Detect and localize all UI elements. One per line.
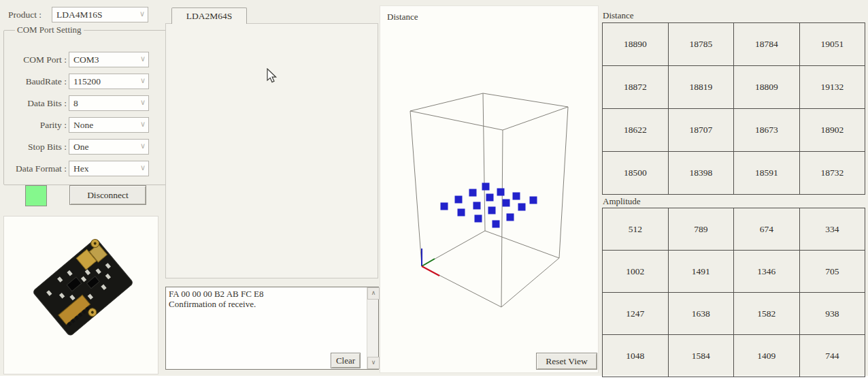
log-line-1: FA 00 00 00 B2 AB FC E8	[169, 289, 264, 299]
table-cell: 18591	[734, 152, 800, 195]
chevron-down-icon: ∨	[140, 99, 146, 106]
table-cell: 789	[668, 208, 734, 251]
receive-log-text: FA 00 00 00 B2 AB FC E8Confirmation of r…	[169, 289, 264, 309]
mouse-cursor-icon	[265, 68, 279, 84]
chevron-down-icon: ∨	[139, 10, 145, 18]
baudrate-value: 115200	[73, 76, 101, 86]
distance-point	[441, 203, 448, 210]
table-cell: 1247	[603, 293, 669, 335]
distance-point	[482, 183, 490, 191]
parity-value: None	[73, 120, 93, 130]
x-axis-line	[422, 266, 439, 276]
table-row: 124716381582938	[603, 293, 865, 335]
table-cell: 1409	[734, 335, 800, 377]
app-window: Product : LDA4M16S ∨ COM Port Setting CO…	[0, 0, 868, 384]
table-cell: 1048	[603, 335, 669, 377]
table-row: 18622187071867318902	[603, 109, 865, 152]
clear-button[interactable]: Clear	[331, 353, 361, 368]
table-cell: 18784	[734, 23, 800, 66]
distance-point	[486, 194, 494, 202]
data-format-value: Hex	[73, 163, 89, 174]
data-bits-label: Data Bits :	[4, 98, 67, 109]
distance-point	[475, 215, 482, 223]
distance-point	[503, 199, 510, 207]
scroll-up-icon[interactable]: ∧	[367, 287, 380, 300]
distance-point	[488, 207, 496, 214]
amplitude-table-title: Amplitude	[603, 196, 641, 207]
table-cell: 18673	[734, 109, 800, 152]
view3d-canvas[interactable]	[380, 6, 598, 372]
table-cell: 18890	[603, 23, 669, 66]
distance-point	[507, 214, 514, 221]
table-cell: 674	[734, 208, 800, 251]
table-cell: 19132	[799, 66, 865, 109]
table-cell: 18785	[668, 23, 734, 66]
chevron-down-icon: ∨	[140, 55, 146, 63]
table-cell: 1346	[734, 251, 800, 293]
com-port-setting-title: COM Port Setting	[15, 25, 84, 35]
amplitude-table: 5127896743341002149113467051247163815829…	[602, 208, 865, 377]
parity-select[interactable]: None ∨	[69, 117, 149, 133]
axis-triad	[422, 249, 439, 276]
table-cell: 18707	[668, 109, 734, 152]
stop-bits-label: Stop Bits :	[4, 142, 67, 153]
distance-point	[458, 209, 465, 217]
data-bits-select[interactable]: 8 ∨	[69, 95, 149, 111]
table-row: 18890187851878419051	[603, 23, 865, 66]
table-cell: 1638	[668, 293, 734, 335]
table-cell: 18819	[668, 66, 734, 109]
product-select[interactable]: LDA4M16S ∨	[52, 7, 148, 22]
parity-label: Parity :	[4, 120, 67, 131]
y-axis-line	[422, 259, 435, 266]
table-cell: 18500	[603, 152, 669, 195]
table-row: 18500183981859118732	[603, 152, 865, 195]
module-photo	[3, 216, 158, 374]
distance-point	[455, 196, 463, 204]
table-cell: 18902	[799, 109, 865, 152]
table-cell: 938	[799, 293, 865, 335]
data-format-label: Data Format :	[4, 163, 67, 174]
tab-lda2m64s[interactable]: LDA2M64S	[171, 7, 247, 24]
product-label: Product :	[8, 10, 41, 20]
scroll-down-icon[interactable]: ∨	[367, 357, 380, 369]
chevron-down-icon: ∨	[140, 164, 146, 172]
table-cell: 18622	[603, 109, 669, 152]
log-line-2: Confirmation of receive.	[169, 299, 256, 309]
table-cell: 512	[603, 208, 669, 251]
baudrate-select[interactable]: 115200 ∨	[69, 74, 149, 89]
table-cell: 334	[799, 208, 865, 251]
chevron-down-icon: ∨	[140, 121, 146, 128]
table-cell: 18732	[799, 152, 865, 195]
disconnect-button[interactable]: Disconnect	[69, 185, 146, 205]
table-cell: 1584	[668, 335, 734, 377]
table-cell: 18809	[734, 66, 800, 109]
table-cell: 18398	[668, 152, 734, 195]
log-scrollbar[interactable]: ∧ ∨	[367, 287, 378, 369]
chevron-down-icon: ∨	[140, 142, 146, 150]
distance-3d-view[interactable]: Distance Reset View	[380, 5, 599, 373]
module-pcb-image	[4, 217, 158, 374]
table-row: 100214911346705	[603, 251, 865, 293]
distance-point	[473, 202, 481, 210]
stop-bits-value: One	[73, 142, 89, 152]
reset-view-button[interactable]: Reset View	[536, 353, 597, 370]
view3d-title: Distance	[387, 12, 418, 22]
table-row: 104815841409744	[603, 335, 865, 377]
control-panel	[165, 23, 378, 278]
com-port-value: COM3	[73, 54, 99, 65]
distance-point	[497, 189, 505, 196]
point-cloud	[441, 183, 537, 228]
stop-bits-select[interactable]: One ∨	[69, 139, 149, 155]
product-select-value: LDA4M16S	[56, 10, 103, 20]
receive-log[interactable]: FA 00 00 00 B2 AB FC E8Confirmation of r…	[165, 287, 379, 370]
distance-point	[530, 197, 537, 204]
com-port-select[interactable]: COM3 ∨	[69, 52, 149, 67]
table-cell: 744	[799, 335, 865, 377]
data-bits-value: 8	[73, 98, 78, 108]
data-format-select[interactable]: Hex ∨	[69, 161, 149, 176]
table-cell: 19051	[799, 23, 865, 66]
table-cell: 705	[799, 251, 865, 293]
table-cell: 1491	[668, 251, 734, 293]
table-cell: 1002	[603, 251, 669, 293]
distance-table: 1889018785187841905118872188191880919132…	[602, 22, 865, 195]
